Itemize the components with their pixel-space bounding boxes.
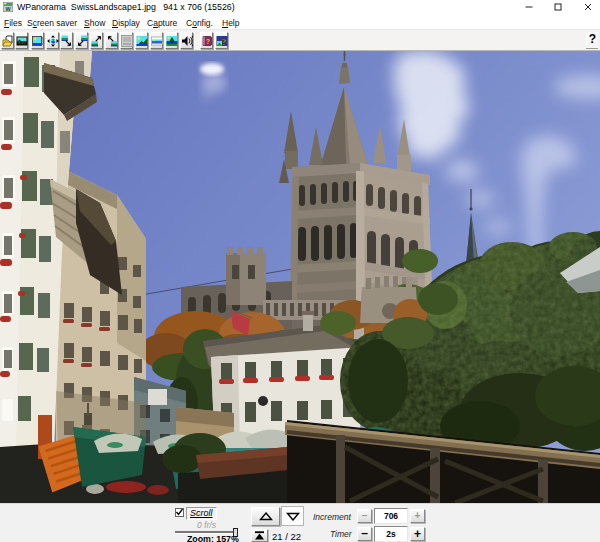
svg-text:w: w — [4, 5, 11, 12]
svg-text:?: ? — [206, 38, 210, 45]
svg-text:?: ? — [221, 37, 227, 47]
